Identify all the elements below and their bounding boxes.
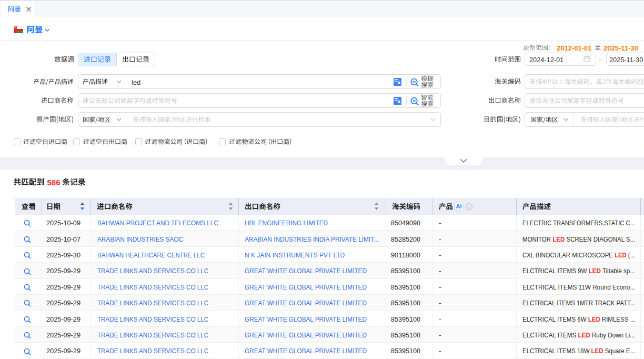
- svg-text:AI: AI: [456, 203, 462, 210]
